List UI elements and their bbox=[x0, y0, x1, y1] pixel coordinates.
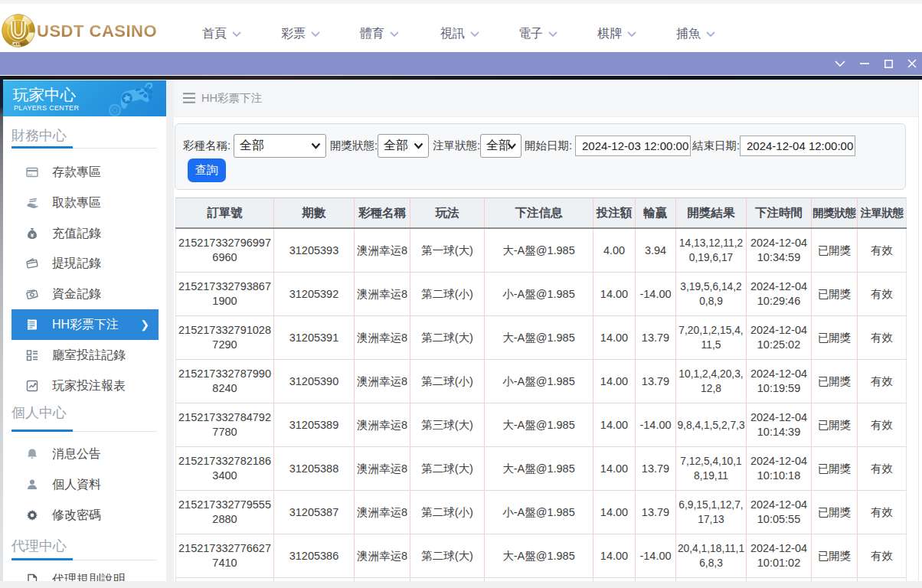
svg-text:CASINO: CASINO bbox=[11, 42, 26, 46]
svg-text:¥: ¥ bbox=[31, 232, 34, 239]
